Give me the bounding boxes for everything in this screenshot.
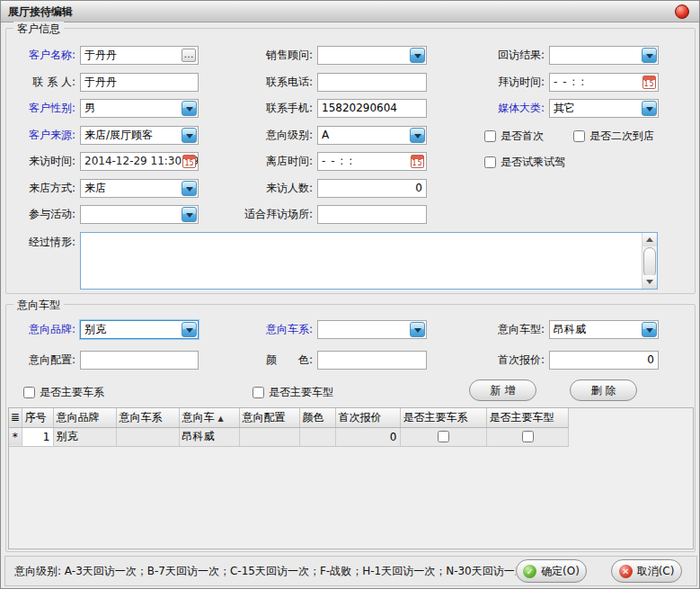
intent-brand-label: 意向品牌: — [10, 320, 75, 339]
row-indicator[interactable]: * — [9, 427, 22, 446]
col-main-model[interactable]: 是否主要车型 — [486, 408, 568, 427]
chevron-down-icon[interactable] — [642, 101, 657, 116]
col-config[interactable]: 意向配置 — [239, 408, 299, 427]
test-drive-checkbox[interactable]: 是否试乘试驾 — [484, 155, 565, 169]
visit-place-field[interactable] — [317, 205, 427, 224]
intent-table-container: ≣ 序号 意向品牌 意向车系 意向车▲ 意向配置 颜色 首次报价 是否主要车系 … — [8, 407, 694, 549]
mobile-label: 联系手机: — [236, 99, 313, 118]
calendar-icon[interactable]: 15 — [411, 155, 424, 168]
chevron-down-icon[interactable] — [182, 101, 197, 116]
visit-way-select[interactable]: 来店 — [80, 179, 199, 198]
customer-source-select[interactable]: 来店/展厅顾客 — [80, 126, 199, 145]
cell-model[interactable]: 昂科威 — [179, 427, 239, 446]
chevron-down-icon[interactable] — [410, 128, 425, 143]
checkbox-icon[interactable] — [253, 387, 264, 398]
calendar-icon[interactable]: 15 — [642, 76, 656, 89]
visit-time-label: 来访时间: — [10, 152, 75, 171]
intent-series-label: 意向车系: — [236, 320, 313, 339]
visit-way-label: 来店方式: — [10, 179, 75, 198]
first-quote-label: 首次报价: — [468, 351, 545, 370]
gender-label: 客户性别: — [10, 99, 75, 118]
cell-series[interactable] — [116, 427, 179, 446]
process-textarea[interactable] — [80, 232, 658, 290]
checkbox-icon[interactable] — [484, 156, 496, 168]
main-series-checkbox[interactable]: 是否主要车系 — [23, 385, 104, 399]
col-seq[interactable]: 序号 — [22, 408, 53, 427]
sales-consultant-label: 销售顾问: — [236, 46, 313, 65]
table-row: * 1 别克 昂科威 0 — [9, 427, 568, 446]
checkbox-icon[interactable] — [522, 431, 534, 442]
chevron-down-icon[interactable] — [642, 322, 657, 337]
gender-select[interactable]: 男 — [80, 99, 199, 118]
chevron-down-icon[interactable] — [182, 128, 197, 143]
media-category-select[interactable]: 其它 — [549, 99, 659, 118]
calendar-icon[interactable]: 15 — [182, 155, 196, 168]
activity-select[interactable] — [80, 205, 199, 224]
cell-seq[interactable]: 1 — [22, 427, 53, 446]
table-header-row: ≣ 序号 意向品牌 意向车系 意向车▲ 意向配置 颜色 首次报价 是否主要车系 … — [9, 408, 568, 427]
leave-time-label: 离店时间: — [236, 152, 313, 171]
add-button[interactable]: 新 增 — [469, 379, 536, 401]
chevron-down-icon[interactable] — [182, 207, 197, 222]
chevron-down-icon[interactable] — [410, 48, 425, 63]
scroll-up-icon[interactable] — [642, 233, 657, 246]
visit-place-label: 适合拜访场所: — [236, 205, 313, 224]
scroll-down-icon[interactable] — [642, 275, 657, 289]
chevron-down-icon[interactable] — [182, 181, 197, 196]
cell-config[interactable] — [239, 427, 299, 446]
footer-bar: 意向级别: A-3天回访一次；B-7天回访一次；C-15天回访一次；F-战败；H… — [4, 556, 697, 586]
first-quote-field[interactable]: 0 — [549, 351, 659, 370]
cell-color[interactable] — [299, 427, 335, 446]
ok-check-icon: ✓ — [523, 565, 536, 578]
chevron-down-icon[interactable] — [642, 48, 657, 63]
lookup-ellipsis-button[interactable]: … — [182, 49, 196, 62]
visitor-count-field[interactable]: 0 — [317, 179, 427, 198]
intent-config-label: 意向配置: — [10, 351, 75, 370]
col-series[interactable]: 意向车系 — [116, 408, 179, 427]
close-icon[interactable] — [675, 4, 689, 19]
callback-result-select[interactable] — [549, 46, 659, 65]
col-quote[interactable]: 首次报价 — [335, 408, 400, 427]
col-main-series[interactable]: 是否主要车系 — [400, 408, 486, 427]
cancel-button[interactable]: ✕ 取消(C) — [611, 559, 682, 583]
cell-main-model — [486, 427, 568, 446]
intent-config-field[interactable] — [80, 351, 199, 370]
sales-consultant-select[interactable] — [317, 46, 427, 65]
mobile-field[interactable]: 15820290604 — [317, 99, 427, 118]
checkbox-icon[interactable] — [573, 130, 585, 142]
color-field[interactable] — [317, 351, 427, 370]
scrollbar-thumb[interactable] — [643, 247, 656, 278]
intent-model-label: 意向车型: — [468, 320, 545, 339]
checkbox-icon[interactable] — [438, 431, 449, 442]
first-visit-checkbox[interactable]: 是否首次 — [484, 129, 544, 143]
ok-button[interactable]: ✓ 确定(O) — [516, 559, 587, 583]
col-color[interactable]: 颜色 — [299, 408, 335, 427]
appoint-time-field[interactable]: - - : : 15 — [549, 73, 659, 92]
checkbox-icon[interactable] — [484, 130, 496, 142]
row-selector-icon[interactable]: ≣ — [9, 408, 22, 427]
intent-brand-select[interactable]: 别克 — [80, 320, 199, 339]
second-visit-checkbox[interactable]: 是否二次到店 — [573, 129, 654, 143]
color-label: 颜 色: — [236, 351, 313, 370]
vertical-scrollbar[interactable] — [642, 233, 657, 289]
checkbox-icon[interactable] — [23, 387, 35, 398]
chevron-down-icon[interactable] — [410, 322, 425, 337]
main-model-checkbox[interactable]: 是否主要车型 — [253, 385, 333, 399]
intent-table: ≣ 序号 意向品牌 意向车系 意向车▲ 意向配置 颜色 首次报价 是否主要车系 … — [9, 408, 569, 447]
customer-source-label: 客户来源: — [10, 126, 75, 145]
col-brand[interactable]: 意向品牌 — [53, 408, 116, 427]
customer-name-field[interactable]: 于丹丹 … — [80, 46, 199, 65]
phone-field[interactable] — [317, 73, 427, 92]
leave-time-field[interactable]: - - : : 15 — [317, 152, 427, 171]
process-label: 经过情形: — [10, 233, 75, 252]
cell-quote[interactable]: 0 — [335, 427, 400, 446]
intent-series-select[interactable] — [317, 320, 427, 339]
delete-button[interactable]: 删 除 — [570, 379, 637, 401]
contact-person-field[interactable]: 于丹丹 — [80, 73, 199, 92]
cell-brand[interactable]: 别克 — [53, 427, 116, 446]
chevron-down-icon[interactable] — [182, 322, 197, 337]
visit-time-field[interactable]: 2014-12-29 11:30:19 15 — [80, 152, 199, 171]
intent-model-select[interactable]: 昂科威 — [549, 320, 659, 339]
col-model[interactable]: 意向车▲ — [179, 408, 239, 427]
intent-level-select[interactable]: A — [317, 126, 427, 145]
